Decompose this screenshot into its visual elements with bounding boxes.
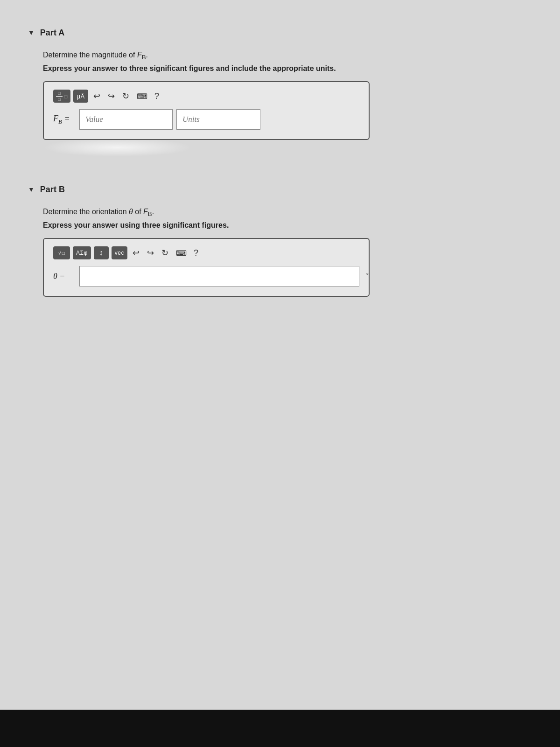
bottom-bar (0, 710, 560, 747)
part-b-desc-text: Determine the orientation θ of FB. (43, 208, 532, 217)
refresh-button[interactable]: ↻ (120, 90, 132, 102)
mu-button[interactable]: μÅ (73, 90, 88, 103)
part-a-title: Part A (40, 28, 64, 38)
sort-button[interactable]: ↕ (94, 246, 109, 259)
part-a-answer-box: □ □ ◻ μÅ ↩ ↪ (43, 81, 370, 140)
part-b-toolbar: √□ ΑΣφ ↕ vec ↩ ↪ ↻ (53, 246, 359, 259)
part-b-section: ▼ Part B Determine the orientation θ of … (28, 185, 532, 297)
radical-fraction-button[interactable]: √□ (53, 246, 70, 259)
part-a-section: ▼ Part A Determine the magnitude of FB. … (28, 28, 532, 157)
part-b-answer-row: θ = ° (53, 266, 359, 286)
part-a-value-input[interactable] (79, 109, 173, 130)
part-a-units-input[interactable] (176, 109, 260, 130)
part-b-title: Part B (40, 185, 65, 195)
help-button[interactable]: ? (154, 91, 159, 101)
undo-button-b[interactable]: ↩ (130, 247, 142, 259)
part-a-header: ▼ Part A (28, 28, 532, 38)
refresh-button-b[interactable]: ↻ (159, 247, 171, 259)
fraction-matrix-button[interactable]: □ □ ◻ (53, 90, 70, 103)
part-a-toolbar: □ □ ◻ μÅ ↩ ↪ (53, 90, 359, 103)
part-b-description: Determine the orientation θ of FB. Expre… (43, 208, 532, 230)
symbol-button[interactable]: ΑΣφ (73, 246, 91, 259)
part-a-instruction: Express your answer to three significant… (43, 64, 532, 73)
part-b-answer-box: √□ ΑΣφ ↕ vec ↩ ↪ ↻ (43, 238, 370, 297)
keyboard-button[interactable]: ⌨ (134, 91, 150, 102)
part-b-instruction: Express your answer using three signific… (43, 221, 532, 230)
part-a-chevron[interactable]: ▼ (28, 29, 35, 37)
part-a-desc-text: Determine the magnitude of FB. (43, 51, 532, 61)
part-b-chevron[interactable]: ▼ (28, 186, 35, 194)
reflection-glow (43, 138, 192, 157)
part-a-answer-row: FB = (53, 109, 359, 130)
redo-button[interactable]: ↪ (105, 90, 117, 102)
degree-symbol: ° (366, 272, 369, 279)
part-b-header: ▼ Part B (28, 185, 532, 195)
part-b-var-label: θ = (53, 272, 76, 281)
part-a-var-label: FB = (53, 114, 76, 126)
vec-button[interactable]: vec (112, 246, 127, 259)
keyboard-button-b[interactable]: ⌨ (174, 248, 189, 258)
undo-button[interactable]: ↩ (91, 90, 103, 102)
redo-button-b[interactable]: ↪ (145, 247, 156, 259)
help-button-b[interactable]: ? (194, 248, 198, 258)
part-a-description: Determine the magnitude of FB. Express y… (43, 51, 532, 73)
part-b-value-input[interactable] (79, 266, 359, 286)
